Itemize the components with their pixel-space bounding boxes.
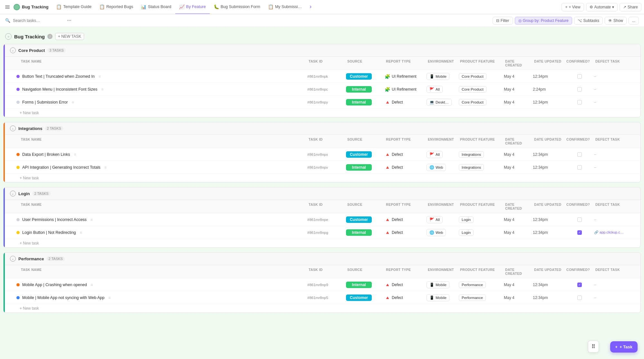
checkbox-unchecked[interactable]: [577, 74, 582, 79]
checkbox-checked[interactable]: ✓: [577, 283, 582, 287]
table-row[interactable]: Forms | Submission Error ≡ #861mr8npy In…: [4, 96, 640, 109]
tab-my-submission[interactable]: 📋 My Submissi…: [264, 0, 306, 14]
checkbox-unchecked[interactable]: [577, 295, 582, 300]
task-priority-dot: [16, 218, 20, 221]
tab-more[interactable]: ›: [306, 0, 315, 14]
search-toolbar: 🔍 ••• ⊟ Filter ◎ Group by: Product Featu…: [0, 14, 644, 27]
search-input[interactable]: [13, 18, 64, 23]
drag-handle-icon[interactable]: ≡: [101, 87, 103, 92]
automate-button[interactable]: ⚙ Automate ▾: [586, 3, 618, 11]
col-conf: CONFIRMED?: [565, 201, 594, 212]
task-name-cell: API Integration | Generating Incorrect T…: [8, 165, 307, 170]
table-row[interactable]: Mobile App | Crashing when opened ≡ #861…: [4, 278, 640, 291]
collapse-icon[interactable]: ⌄: [10, 191, 16, 196]
report-type-cell: 🔺 Defect: [385, 282, 427, 287]
checkbox-unchecked[interactable]: [577, 217, 582, 222]
report-type-cell: 🧩 UI Refinement: [385, 87, 427, 92]
tab-reported-bugs[interactable]: 📋 Reported Bugs: [95, 0, 137, 14]
defect-task-cell: 🔗 app.clickup.c…: [594, 230, 636, 234]
section-header-performance[interactable]: ⌄ Performance 2 TASKS: [4, 253, 640, 265]
table-row[interactable]: Button Text | Truncated when Zoomed In ≡…: [4, 70, 640, 83]
product-feature-cell: Performance: [459, 282, 504, 288]
app-logo[interactable]: Bug Tracking: [14, 4, 48, 10]
table-header: TASK NAME TASK ID SOURCE REPORT TYPE ENV…: [4, 135, 640, 148]
drag-handle-icon[interactable]: ≡: [91, 283, 93, 287]
date-updated-cell: 12:34pm: [533, 100, 565, 105]
drag-handle-icon[interactable]: ≡: [72, 100, 74, 105]
section-header-login[interactable]: ⌄ Login 2 TASKS: [4, 187, 640, 200]
sidebar-toggle[interactable]: [3, 2, 12, 12]
section-header-integrations[interactable]: ⌄ Integrations 2 TASKS: [4, 122, 640, 135]
confirmed-cell: ✓: [565, 230, 594, 235]
date-created-cell: May 4: [504, 217, 533, 222]
page-info-icon[interactable]: i: [47, 34, 53, 39]
tab-by-feature[interactable]: 📈 By Feature: [175, 0, 210, 14]
drag-handle-icon[interactable]: ≡: [104, 165, 107, 170]
table-row[interactable]: Data Export | Broken Links ≡ #861mr8npx …: [4, 148, 640, 161]
checkbox-unchecked[interactable]: [577, 152, 582, 157]
group-by-button[interactable]: ◎ Group by: Product Feature: [515, 17, 572, 25]
defect-link[interactable]: 🔗 app.clickup.c…: [594, 230, 624, 234]
product-feature-cell: Core Product: [459, 73, 504, 80]
checkbox-checked[interactable]: ✓: [577, 230, 582, 235]
show-button[interactable]: 👁 Show: [605, 17, 627, 25]
grid-view-button[interactable]: ⠿: [588, 341, 599, 353]
new-task-row[interactable]: + New task: [4, 304, 640, 313]
report-icon: 🧩: [385, 87, 390, 92]
share-button[interactable]: ↗ Share: [620, 3, 641, 11]
table-row[interactable]: Navigation Menu | Inconsistent Font Size…: [4, 83, 640, 96]
pf-badge: Core Product: [459, 99, 486, 105]
defect-task-cell: –: [594, 165, 636, 170]
new-task-row[interactable]: + New task: [4, 239, 640, 247]
ellipsis-icon: ...: [632, 18, 635, 23]
drag-handle-icon[interactable]: ≡: [80, 230, 82, 235]
tab-my-submission-label: My Submissi…: [275, 5, 302, 9]
floating-task-button[interactable]: + + Task: [610, 341, 638, 353]
table-row[interactable]: Mobile | Mobile App not syncing with Web…: [4, 291, 640, 304]
table-row[interactable]: API Integration | Generating Incorrect T…: [4, 161, 640, 174]
date-created-cell: May 4: [504, 152, 533, 157]
drag-handle-icon[interactable]: ≡: [91, 217, 93, 222]
defect-empty: –: [594, 165, 596, 170]
drag-handle-icon[interactable]: ≡: [99, 74, 101, 79]
date-created-cell: May 4: [504, 283, 533, 287]
source-badge: Internal: [346, 86, 372, 93]
page-collapse-button[interactable]: ○: [5, 33, 12, 40]
collapse-icon[interactable]: ⌄: [10, 125, 16, 131]
confirmed-cell: [565, 87, 594, 92]
collapse-icon[interactable]: ⌄: [10, 256, 16, 262]
plus-task-icon: +: [615, 344, 618, 349]
tab-status-board[interactable]: 📊 Status Board: [137, 0, 175, 14]
subtasks-button[interactable]: ⌥ Subtasks: [574, 17, 603, 25]
env-cell: 📱 Mobile: [427, 294, 459, 301]
section-header-core-product[interactable]: ⌄ Core Product 3 TASKS: [4, 44, 640, 57]
col-pf: PRODUCT FEATURE: [459, 266, 504, 277]
drag-handle-icon[interactable]: ≡: [108, 295, 111, 300]
filter-button[interactable]: ⊟ Filter: [493, 17, 513, 25]
task-priority-dot: [16, 75, 20, 78]
table-row[interactable]: User Permissions | Incorrect Access ≡ #8…: [4, 213, 640, 226]
col-du: DATE UPDATED: [533, 201, 565, 212]
collapse-icon[interactable]: ⌄: [10, 47, 16, 53]
tab-template-guide[interactable]: 📋 Template Guide: [52, 0, 95, 14]
checkbox-unchecked[interactable]: [577, 100, 582, 105]
source-cell: Internal: [346, 164, 385, 171]
tab-reported-bugs-label: Reported Bugs: [106, 5, 133, 9]
new-task-header-button[interactable]: + NEW TASK: [55, 33, 84, 40]
app-title: Bug Tracking: [22, 5, 48, 9]
more-options-button[interactable]: ...: [629, 17, 639, 25]
report-type-cell: 🔺 Defect: [385, 217, 427, 222]
checkbox-unchecked[interactable]: [577, 87, 582, 92]
task-name-cell: Mobile | Mobile App not syncing with Web…: [8, 295, 307, 300]
tab-bug-submission-form[interactable]: 🐛 Bug Submission Form: [210, 0, 264, 14]
table-row[interactable]: Login Button | Not Redirecting ≡ #861mr8…: [4, 226, 640, 239]
search-more-icon[interactable]: •••: [67, 18, 72, 23]
view-button[interactable]: + + View: [562, 3, 584, 11]
drag-handle-icon[interactable]: ≡: [74, 152, 76, 157]
new-task-row[interactable]: + New task: [4, 109, 640, 117]
env-badge: 📱 Mobile: [427, 281, 449, 288]
section-integrations: ⌄ Integrations 2 TASKS TASK NAME TASK ID…: [3, 122, 641, 183]
new-task-row[interactable]: + New task: [4, 174, 640, 182]
date-created-cell: May 4: [504, 165, 533, 170]
checkbox-unchecked[interactable]: [577, 165, 582, 170]
